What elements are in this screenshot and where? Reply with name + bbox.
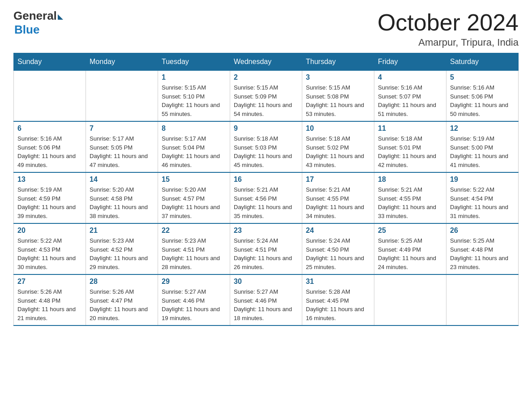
calendar-cell	[14, 71, 86, 122]
day-detail: Sunrise: 5:28 AMSunset: 4:45 PMDaylight:…	[306, 287, 370, 322]
calendar-cell: 21Sunrise: 5:23 AMSunset: 4:52 PMDayligh…	[86, 223, 158, 274]
day-number: 12	[450, 124, 515, 133]
day-detail: Sunrise: 5:18 AMSunset: 5:02 PMDaylight:…	[306, 134, 370, 169]
calendar-cell: 7Sunrise: 5:17 AMSunset: 5:05 PMDaylight…	[86, 121, 158, 172]
day-detail: Sunrise: 5:27 AMSunset: 4:46 PMDaylight:…	[162, 287, 226, 322]
weekday-header-saturday: Saturday	[446, 53, 519, 71]
page-header: General Blue October 2024 Amarpur, Tripu…	[13, 9, 519, 48]
day-number: 20	[17, 227, 82, 235]
calendar-cell	[446, 274, 519, 325]
calendar-cell: 19Sunrise: 5:22 AMSunset: 4:54 PMDayligh…	[446, 172, 519, 223]
day-detail: Sunrise: 5:19 AMSunset: 4:59 PMDaylight:…	[17, 185, 82, 220]
day-number: 6	[17, 124, 82, 133]
weekday-header-friday: Friday	[374, 53, 446, 71]
day-number: 31	[306, 278, 370, 286]
day-number: 13	[17, 176, 82, 184]
week-row-1: 1Sunrise: 5:15 AMSunset: 5:10 PMDaylight…	[14, 71, 519, 122]
calendar-cell: 11Sunrise: 5:18 AMSunset: 5:01 PMDayligh…	[374, 121, 446, 172]
day-number: 17	[306, 176, 370, 184]
weekday-header-row: SundayMondayTuesdayWednesdayThursdayFrid…	[14, 53, 519, 71]
logo: General Blue	[13, 9, 63, 37]
day-number: 1	[162, 73, 226, 81]
calendar-cell: 24Sunrise: 5:24 AMSunset: 4:50 PMDayligh…	[302, 223, 374, 274]
day-number: 14	[90, 176, 154, 184]
weekday-header-monday: Monday	[86, 53, 158, 71]
day-number: 16	[234, 176, 298, 184]
day-number: 5	[450, 73, 515, 81]
day-detail: Sunrise: 5:27 AMSunset: 4:46 PMDaylight:…	[234, 287, 298, 322]
title-section: October 2024 Amarpur, Tripura, India	[378, 9, 519, 48]
day-detail: Sunrise: 5:23 AMSunset: 4:52 PMDaylight:…	[90, 236, 154, 271]
calendar-table: SundayMondayTuesdayWednesdayThursdayFrid…	[13, 53, 519, 326]
day-detail: Sunrise: 5:20 AMSunset: 4:57 PMDaylight:…	[162, 185, 226, 220]
calendar-cell: 22Sunrise: 5:23 AMSunset: 4:51 PMDayligh…	[158, 223, 230, 274]
calendar-cell: 31Sunrise: 5:28 AMSunset: 4:45 PMDayligh…	[302, 274, 374, 325]
calendar-cell: 26Sunrise: 5:25 AMSunset: 4:48 PMDayligh…	[446, 223, 519, 274]
calendar-cell: 30Sunrise: 5:27 AMSunset: 4:46 PMDayligh…	[230, 274, 302, 325]
day-number: 27	[17, 278, 82, 286]
day-number: 4	[378, 73, 442, 81]
week-row-3: 13Sunrise: 5:19 AMSunset: 4:59 PMDayligh…	[14, 172, 519, 223]
day-number: 15	[162, 176, 226, 184]
day-detail: Sunrise: 5:17 AMSunset: 5:04 PMDaylight:…	[162, 134, 226, 169]
logo-blue-text: Blue	[14, 23, 39, 36]
day-number: 18	[378, 176, 442, 184]
day-detail: Sunrise: 5:26 AMSunset: 4:48 PMDaylight:…	[17, 287, 82, 322]
day-number: 8	[162, 124, 226, 133]
day-detail: Sunrise: 5:22 AMSunset: 4:53 PMDaylight:…	[17, 236, 82, 271]
day-detail: Sunrise: 5:18 AMSunset: 5:03 PMDaylight:…	[234, 134, 298, 169]
day-number: 23	[234, 227, 298, 235]
day-detail: Sunrise: 5:21 AMSunset: 4:55 PMDaylight:…	[378, 185, 442, 220]
day-number: 29	[162, 278, 226, 286]
day-number: 25	[378, 227, 442, 235]
calendar-cell: 2Sunrise: 5:15 AMSunset: 5:09 PMDaylight…	[230, 71, 302, 122]
calendar-cell: 17Sunrise: 5:21 AMSunset: 4:55 PMDayligh…	[302, 172, 374, 223]
day-detail: Sunrise: 5:21 AMSunset: 4:55 PMDaylight:…	[306, 185, 370, 220]
day-number: 11	[378, 124, 442, 133]
calendar-cell: 6Sunrise: 5:16 AMSunset: 5:06 PMDaylight…	[14, 121, 86, 172]
day-number: 24	[306, 227, 370, 235]
calendar-cell	[374, 274, 446, 325]
day-number: 9	[234, 124, 298, 133]
day-number: 30	[234, 278, 298, 286]
day-detail: Sunrise: 5:25 AMSunset: 4:48 PMDaylight:…	[450, 236, 515, 271]
calendar-cell: 8Sunrise: 5:17 AMSunset: 5:04 PMDaylight…	[158, 121, 230, 172]
calendar-cell: 12Sunrise: 5:19 AMSunset: 5:00 PMDayligh…	[446, 121, 519, 172]
weekday-header-tuesday: Tuesday	[158, 53, 230, 71]
day-number: 3	[306, 73, 370, 81]
calendar-cell: 5Sunrise: 5:16 AMSunset: 5:06 PMDaylight…	[446, 71, 519, 122]
calendar-cell: 13Sunrise: 5:19 AMSunset: 4:59 PMDayligh…	[14, 172, 86, 223]
day-detail: Sunrise: 5:19 AMSunset: 5:00 PMDaylight:…	[450, 134, 515, 169]
weekday-header-thursday: Thursday	[302, 53, 374, 71]
day-detail: Sunrise: 5:16 AMSunset: 5:06 PMDaylight:…	[450, 83, 515, 118]
week-row-5: 27Sunrise: 5:26 AMSunset: 4:48 PMDayligh…	[14, 274, 519, 325]
day-detail: Sunrise: 5:23 AMSunset: 4:51 PMDaylight:…	[162, 236, 226, 271]
day-number: 26	[450, 227, 515, 235]
day-number: 28	[90, 278, 154, 286]
day-number: 19	[450, 176, 515, 184]
day-detail: Sunrise: 5:16 AMSunset: 5:06 PMDaylight:…	[17, 134, 82, 169]
day-detail: Sunrise: 5:15 AMSunset: 5:09 PMDaylight:…	[234, 83, 298, 118]
calendar-cell: 9Sunrise: 5:18 AMSunset: 5:03 PMDaylight…	[230, 121, 302, 172]
day-detail: Sunrise: 5:21 AMSunset: 4:56 PMDaylight:…	[234, 185, 298, 220]
logo-general-text: General	[13, 9, 57, 23]
day-detail: Sunrise: 5:15 AMSunset: 5:08 PMDaylight:…	[306, 83, 370, 118]
day-detail: Sunrise: 5:24 AMSunset: 4:51 PMDaylight:…	[234, 236, 298, 271]
day-number: 10	[306, 124, 370, 133]
week-row-2: 6Sunrise: 5:16 AMSunset: 5:06 PMDaylight…	[14, 121, 519, 172]
calendar-cell: 1Sunrise: 5:15 AMSunset: 5:10 PMDaylight…	[158, 71, 230, 122]
calendar-cell	[86, 71, 158, 122]
day-number: 2	[234, 73, 298, 81]
day-number: 7	[90, 124, 154, 133]
day-detail: Sunrise: 5:16 AMSunset: 5:07 PMDaylight:…	[378, 83, 442, 118]
calendar-cell: 15Sunrise: 5:20 AMSunset: 4:57 PMDayligh…	[158, 172, 230, 223]
day-number: 22	[162, 227, 226, 235]
weekday-header-sunday: Sunday	[14, 53, 86, 71]
day-detail: Sunrise: 5:26 AMSunset: 4:47 PMDaylight:…	[90, 287, 154, 322]
calendar-cell: 10Sunrise: 5:18 AMSunset: 5:02 PMDayligh…	[302, 121, 374, 172]
calendar-cell: 18Sunrise: 5:21 AMSunset: 4:55 PMDayligh…	[374, 172, 446, 223]
day-number: 21	[90, 227, 154, 235]
calendar-cell: 16Sunrise: 5:21 AMSunset: 4:56 PMDayligh…	[230, 172, 302, 223]
calendar-cell: 27Sunrise: 5:26 AMSunset: 4:48 PMDayligh…	[14, 274, 86, 325]
calendar-cell: 29Sunrise: 5:27 AMSunset: 4:46 PMDayligh…	[158, 274, 230, 325]
